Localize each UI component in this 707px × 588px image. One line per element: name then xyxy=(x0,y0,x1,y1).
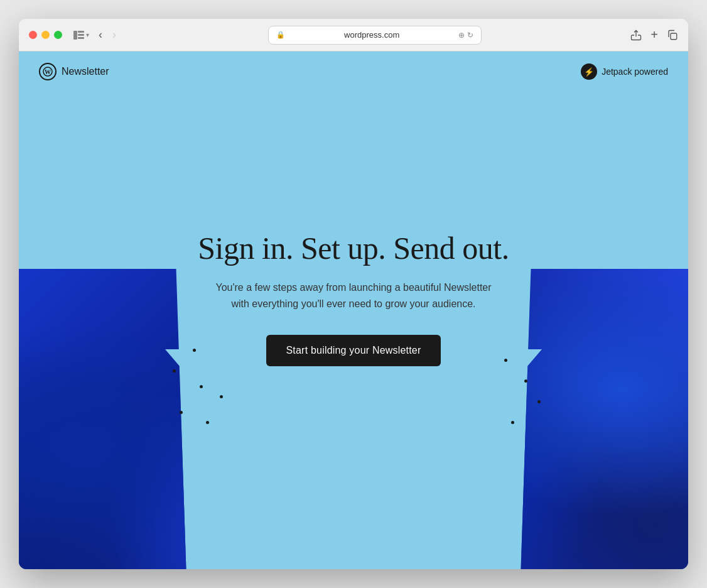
hero-content: Sign in. Set up. Send out. You're a few … xyxy=(19,52,688,569)
jetpack-label: Jetpack powered xyxy=(602,67,668,77)
browser-chrome: ▾ ‹ › 🔒 wordpress.com ⊕ ↻ + xyxy=(19,19,688,52)
red-traffic-light[interactable] xyxy=(29,31,37,39)
refresh-icon[interactable]: ↻ xyxy=(467,31,473,40)
svg-text:W: W xyxy=(45,68,51,75)
logo-text: Newsletter xyxy=(62,66,109,77)
tracking-icon: ⊕ xyxy=(458,31,465,40)
address-bar-container: 🔒 wordpress.com ⊕ ↻ xyxy=(127,26,623,45)
back-button[interactable]: ‹ xyxy=(95,27,105,43)
site-nav: W Newsletter ⚡ Jetpack powered xyxy=(19,52,688,92)
jetpack-icon: ⚡ xyxy=(581,63,597,80)
wp-logo-icon: W xyxy=(39,63,57,80)
hero-headline: Sign in. Set up. Send out. xyxy=(198,229,509,267)
traffic-lights xyxy=(29,31,62,39)
cta-button[interactable]: Start building your Newsletter xyxy=(266,335,441,366)
forward-button[interactable]: › xyxy=(109,27,119,43)
yellow-traffic-light[interactable] xyxy=(41,31,50,39)
hero-subtext: You're a few steps away from launching a… xyxy=(209,280,498,312)
hero-section: W Newsletter ⚡ Jetpack powered Sign in. … xyxy=(19,52,688,569)
browser-actions: + xyxy=(630,28,678,42)
lock-icon: 🔒 xyxy=(276,31,285,39)
copy-tab-button[interactable] xyxy=(667,30,678,41)
address-bar-icons: ⊕ ↻ xyxy=(458,31,473,40)
svg-rect-0 xyxy=(671,33,677,40)
page-content: W Newsletter ⚡ Jetpack powered Sign in. … xyxy=(19,52,688,569)
address-bar[interactable]: 🔒 wordpress.com ⊕ ↻ xyxy=(268,26,482,45)
url-text: wordpress.com xyxy=(289,30,455,40)
browser-window: ▾ ‹ › 🔒 wordpress.com ⊕ ↻ + xyxy=(19,19,688,569)
site-logo: W Newsletter xyxy=(39,63,109,80)
browser-controls: ▾ ‹ › xyxy=(73,27,119,43)
new-tab-button[interactable]: + xyxy=(650,28,658,42)
jetpack-badge: ⚡ Jetpack powered xyxy=(581,63,668,80)
green-traffic-light[interactable] xyxy=(54,31,62,39)
share-button[interactable] xyxy=(630,30,642,41)
